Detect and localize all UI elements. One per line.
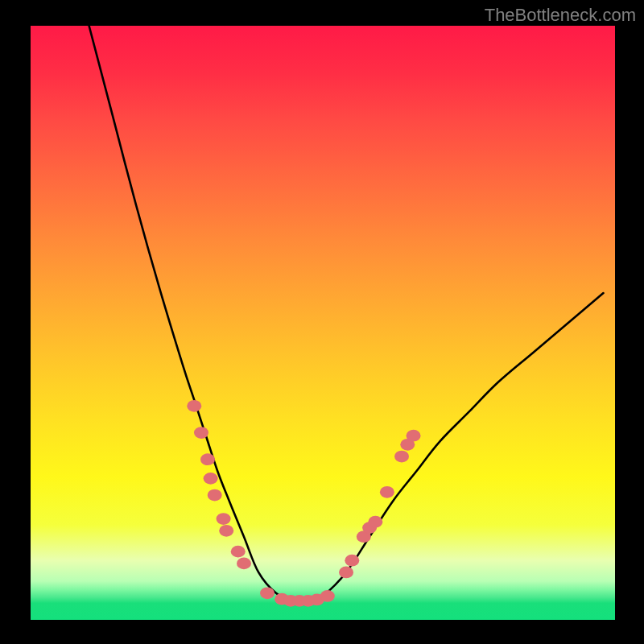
sample-point	[217, 513, 231, 525]
plot-area	[31, 26, 615, 620]
watermark-label: TheBottleneck.com	[485, 5, 636, 26]
sample-point	[204, 473, 218, 485]
sample-point	[380, 486, 394, 498]
sample-point	[260, 587, 275, 599]
sample-point	[219, 525, 233, 537]
sample-point	[237, 558, 251, 570]
sample-point	[407, 430, 421, 442]
sample-point	[194, 427, 208, 439]
sample-point	[368, 516, 382, 528]
sample-point	[394, 451, 409, 463]
sample-point	[231, 546, 246, 558]
sample-point	[320, 590, 335, 602]
sample-point	[200, 453, 215, 465]
sample-point	[339, 567, 353, 579]
sample-point	[187, 400, 201, 412]
sample-point	[345, 555, 359, 567]
points-layer	[31, 26, 615, 620]
chart-container: TheBottleneck.com	[0, 0, 644, 644]
sample-point	[208, 489, 222, 502]
